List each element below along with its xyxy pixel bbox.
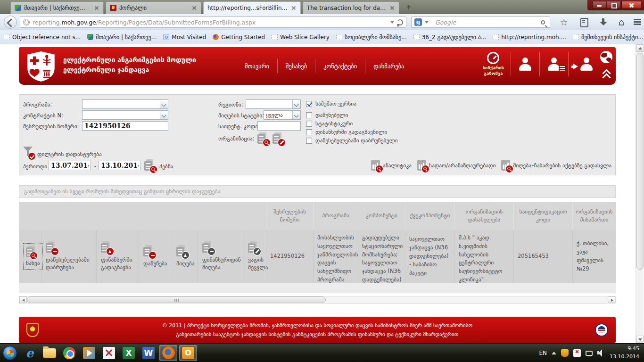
nav-item-help[interactable]: დახმარება bbox=[365, 63, 412, 70]
close-button[interactable] bbox=[621, 1, 641, 9]
tab-portal[interactable]: პორტალი bbox=[106, 1, 201, 14]
ident-code-input[interactable] bbox=[257, 121, 301, 131]
tab-transaction-log[interactable]: The transaction log for databas... bbox=[303, 1, 399, 14]
taskbar-firefox-active[interactable] bbox=[159, 345, 177, 361]
show-hidden-icons-arrow[interactable] bbox=[552, 352, 556, 354]
scroll-up-arrow-icon[interactable] bbox=[636, 44, 644, 52]
bookmark-item[interactable]: Web Slice Gallery bbox=[272, 34, 330, 41]
nav-item-contacts[interactable]: კონტაქტები bbox=[315, 63, 365, 70]
chevron-down-icon[interactable] bbox=[160, 100, 168, 108]
checkbox-icon[interactable] bbox=[306, 112, 312, 118]
bookmark-item-getting-started[interactable]: Getting Started bbox=[213, 34, 265, 41]
nav-item-main[interactable]: მთავარი bbox=[237, 63, 277, 70]
status-select[interactable]: ყველა bbox=[264, 110, 301, 120]
search-icon[interactable] bbox=[541, 20, 545, 25]
checkbox-sent-to-finance[interactable]: ფინანსურში გადაგზავნილი bbox=[306, 129, 387, 135]
user-list-icon[interactable] bbox=[546, 57, 561, 71]
checkbox-rejected[interactable]: დაწუნებული bbox=[306, 112, 348, 118]
taskbar-snipping-tool[interactable] bbox=[100, 345, 118, 361]
chevron-down-icon[interactable] bbox=[292, 111, 300, 119]
action-receive-from-finance-button[interactable]: ფინანსურიდან მიღება bbox=[198, 230, 245, 283]
bookmark-item-most-visited[interactable]: Most Visited bbox=[163, 34, 206, 41]
tab-reporting-active[interactable]: http://reporting...sForBilling.aspx bbox=[203, 1, 301, 14]
column-header-organization[interactable]: ორგანიზაციის დასახელება bbox=[455, 202, 514, 230]
logout-icon[interactable] bbox=[579, 57, 594, 71]
engine-dropdown-icon[interactable] bbox=[425, 21, 429, 24]
scroll-right-arrow-icon[interactable] bbox=[608, 296, 615, 303]
action-return-to-institution-button[interactable]: დაწესებულებაში დაბრუნება bbox=[41, 230, 97, 283]
bookmark-item[interactable]: მთავარი | საქართვე... bbox=[87, 34, 157, 41]
taskbar-explorer[interactable] bbox=[41, 345, 58, 361]
search-link[interactable]: ძებნა bbox=[159, 163, 173, 170]
action-reject-button[interactable]: დაწუნება bbox=[139, 230, 172, 283]
scroll-down-arrow-icon[interactable] bbox=[636, 336, 644, 343]
analytics-link[interactable]: ანალიტიკა bbox=[371, 160, 412, 171]
taskbar-media-player[interactable] bbox=[80, 345, 98, 361]
taskbar-outlook-active[interactable]: O bbox=[179, 345, 197, 361]
action-send-to-finance-button[interactable]: ფინანსურში გადაგზავნა bbox=[97, 230, 139, 283]
site-identity-globe-icon[interactable] bbox=[23, 19, 30, 25]
bookmark-star-icon[interactable] bbox=[558, 17, 570, 27]
google-engine-icon[interactable]: g bbox=[414, 18, 422, 26]
speed-test-button[interactable]: სიჩქარის გაზომვა bbox=[483, 52, 504, 77]
chevron-down-icon[interactable] bbox=[292, 100, 300, 108]
tab-close-icon[interactable] bbox=[191, 5, 197, 11]
downloads-icon[interactable] bbox=[598, 17, 609, 27]
checkbox-returned-to-institution[interactable]: დაწესებულებაში დაბრუნებული bbox=[306, 137, 398, 144]
language-indicator[interactable]: EN bbox=[539, 350, 547, 356]
new-tab-button[interactable]: + bbox=[403, 3, 415, 12]
acceptance-acts-link[interactable]: მიღება–ჩაბარების აქტებზე გადასვლა bbox=[501, 160, 611, 171]
network-icon[interactable] bbox=[586, 351, 593, 356]
contract-select[interactable] bbox=[82, 110, 168, 120]
bookmark-item[interactable]: Object reference not s... bbox=[4, 34, 81, 41]
taskbar-chrome[interactable] bbox=[60, 345, 78, 361]
horizontal-scrollbar-thumb[interactable] bbox=[27, 296, 326, 303]
collapse-chevron-icon[interactable] bbox=[603, 70, 610, 79]
chevron-down-icon[interactable] bbox=[160, 111, 168, 119]
nav-item-about[interactable]: შესახებ bbox=[278, 63, 315, 70]
checkbox-icon[interactable] bbox=[306, 101, 312, 107]
action-center-flag-icon[interactable] bbox=[573, 349, 581, 357]
taskbar-excel[interactable]: X bbox=[120, 345, 138, 361]
filter-confirm-label[interactable]: ფილტრის დადასტურება bbox=[37, 151, 102, 157]
column-header-execution-number[interactable]: შესრულების ნომერი bbox=[266, 202, 314, 230]
tab-close-icon[interactable] bbox=[291, 5, 297, 11]
execution-number-input[interactable] bbox=[82, 121, 168, 131]
checkbox-icon[interactable] bbox=[306, 121, 312, 127]
action-view-button[interactable]: ნახვა bbox=[19, 230, 41, 283]
group-by-hint-bar[interactable]: გადმოიტანეთ ის სვეტი რომლის მიხედვითაც გ… bbox=[19, 185, 616, 198]
period-from-input[interactable] bbox=[49, 161, 91, 170]
taskbar-clock[interactable]: 9:45 13.10.2014 bbox=[610, 345, 639, 361]
reload-icon[interactable] bbox=[397, 19, 403, 25]
minimize-button[interactable] bbox=[592, 1, 606, 9]
search-bar[interactable]: g Google bbox=[411, 16, 550, 28]
start-button[interactable] bbox=[1, 345, 19, 361]
organization-search-icon[interactable] bbox=[257, 132, 267, 144]
filter-confirm-icon[interactable] bbox=[23, 147, 33, 159]
search-doc-icon[interactable] bbox=[144, 159, 154, 171]
column-header-component[interactable]: კომპონენტი bbox=[358, 202, 405, 230]
tab-close-icon[interactable] bbox=[94, 5, 99, 11]
period-to-input[interactable] bbox=[99, 161, 141, 170]
taskbar-word[interactable]: W bbox=[140, 345, 157, 361]
program-select[interactable] bbox=[82, 99, 168, 109]
home-icon[interactable] bbox=[616, 17, 627, 27]
column-header-program[interactable]: პროგრამა bbox=[314, 202, 358, 230]
back-button[interactable] bbox=[4, 16, 17, 29]
language-globe-icon[interactable] bbox=[600, 51, 612, 63]
url-dropdown-icon[interactable] bbox=[390, 21, 394, 24]
checkbox-icon[interactable] bbox=[306, 129, 312, 135]
tray-shield-icon[interactable] bbox=[561, 349, 569, 357]
action-change-term-button[interactable]: ვადის შეცვლა bbox=[245, 230, 266, 283]
volume-icon[interactable] bbox=[597, 349, 605, 357]
horizontal-scrollbar[interactable] bbox=[19, 296, 616, 304]
bookmark-item[interactable]: სოციალური მომსახუ... bbox=[336, 34, 407, 41]
tab-close-icon[interactable] bbox=[389, 5, 395, 11]
bookmarks-menu-icon[interactable] bbox=[578, 17, 589, 27]
checkbox-icon[interactable] bbox=[306, 138, 312, 144]
checkbox-statistical[interactable]: სტატისტიკური bbox=[306, 120, 353, 127]
organization-edit-icon[interactable] bbox=[272, 132, 282, 144]
url-bar[interactable]: reporting. moh.gov.ge /Reporting/Pages/D… bbox=[20, 16, 406, 28]
restore-button[interactable] bbox=[607, 1, 621, 9]
taskbar-ie[interactable]: e bbox=[21, 345, 39, 361]
